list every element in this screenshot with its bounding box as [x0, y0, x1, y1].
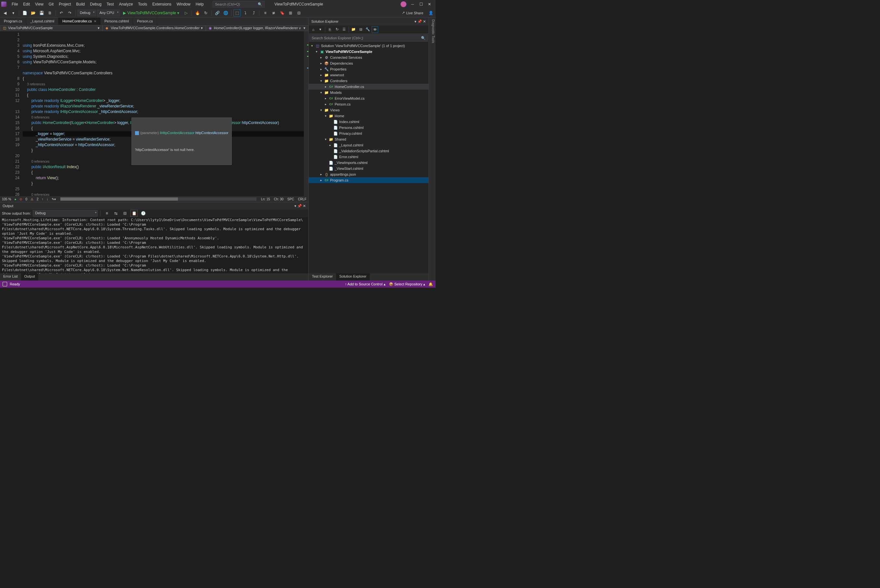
browser-link-button[interactable]: 🔗: [214, 9, 221, 16]
start-debug-button[interactable]: ▶ ViewToPdfMVCCoreSample ▾: [121, 10, 181, 16]
open-file-button[interactable]: 📂: [30, 9, 37, 16]
code-line[interactable]: {: [23, 93, 304, 98]
col-indicator[interactable]: Ch: 30: [274, 197, 283, 201]
expand-icon[interactable]: ▸: [324, 97, 328, 100]
tree-item-index-cshtml[interactable]: 📄Index.cshtml: [309, 119, 429, 124]
menu-tools[interactable]: Tools: [135, 1, 150, 8]
tree-item-connected-services[interactable]: ▸⚙Connected Services: [309, 54, 429, 60]
code-line[interactable]: private readonly IHttpContextAccessor _h…: [23, 109, 304, 115]
expand-icon[interactable]: ▾: [315, 50, 318, 53]
menu-view[interactable]: View: [33, 1, 46, 8]
sol-sync-button[interactable]: ↻: [334, 26, 340, 33]
tree-item-views[interactable]: ▾📁Views: [309, 107, 429, 113]
menu-edit[interactable]: Edit: [21, 1, 33, 8]
code-line[interactable]: public class HomeController : Controller: [23, 87, 304, 93]
sol-filter-button[interactable]: ☰: [341, 26, 347, 33]
hot-reload-button[interactable]: 🔥: [194, 9, 201, 16]
code-line[interactable]: using System.Diagnostics;: [23, 54, 304, 59]
nav-back-button[interactable]: ◀: [1, 9, 9, 16]
tree-item-wwwroot[interactable]: ▸📁wwwroot: [309, 72, 429, 78]
nav-forward-button[interactable]: ▾: [10, 9, 17, 16]
tree-item-controllers[interactable]: ▾📁Controllers: [309, 78, 429, 84]
code-line[interactable]: private readonly ILogger<HomeController>…: [23, 98, 304, 104]
output-text[interactable]: Microsoft.Hosting.Lifetime: Information:…: [0, 217, 308, 273]
code-line[interactable]: {: [23, 76, 304, 81]
error-count-icon[interactable]: ⊘: [19, 197, 22, 201]
tree-item-models[interactable]: ▾📁Models: [309, 90, 429, 96]
expand-icon[interactable]: ▾: [319, 108, 323, 112]
no-issues-icon[interactable]: ●: [14, 197, 16, 201]
tree-item-properties[interactable]: ▸🔧Properties: [309, 66, 429, 72]
expand-icon[interactable]: ▸: [324, 103, 328, 106]
eol-indicator[interactable]: CRLF: [298, 197, 306, 201]
tree-item-errorviewmodel-cs[interactable]: ▸C#ErrorViewModel.cs: [309, 96, 429, 101]
uncomment-button[interactable]: ≢: [270, 9, 277, 16]
menu-extensions[interactable]: Extensions: [150, 1, 174, 8]
breadcrumb-item[interactable]: ◆ViewToPdfMVCCoreSample.Controllers.Home…: [103, 25, 206, 31]
code-line[interactable]: return View();: [23, 176, 304, 181]
config-dropdown[interactable]: Debug: [78, 10, 96, 16]
close-button[interactable]: ✕: [427, 2, 432, 6]
sol-pin-button[interactable]: 📌: [417, 20, 422, 23]
tree-item-appsettings-json[interactable]: ▸{}appsettings.json: [309, 171, 429, 177]
menu-analyze[interactable]: Analyze: [117, 1, 136, 8]
bottom-tab-error-list[interactable]: Error List: [0, 273, 21, 280]
expand-icon[interactable]: ▸: [328, 144, 332, 147]
sol-close-button[interactable]: ✕: [423, 20, 426, 23]
output-close-button[interactable]: ✕: [303, 204, 306, 208]
expand-icon[interactable]: ▾: [310, 44, 314, 47]
expand-icon[interactable]: ▸: [319, 62, 323, 65]
toggle-button[interactable]: ⊟: [295, 9, 303, 16]
menu-git[interactable]: Git: [46, 1, 56, 8]
platform-dropdown[interactable]: Any CPU: [97, 10, 120, 16]
nav-up-button[interactable]: ↑: [42, 197, 43, 201]
bottom-tab-solution-explorer[interactable]: Solution Explorer: [336, 273, 370, 280]
marker-button[interactable]: ✎▾: [52, 197, 56, 201]
output-autoscroll-button[interactable]: 📋: [130, 210, 138, 217]
select-repository-button[interactable]: 📦 Select Repository ▴: [389, 282, 425, 286]
save-all-button[interactable]: 🗎: [46, 9, 54, 16]
code-line[interactable]: 0 references: [23, 192, 304, 196]
output-pin-button[interactable]: 📌: [297, 204, 302, 208]
redo-button[interactable]: ↷: [66, 9, 73, 16]
menu-test[interactable]: Test: [104, 1, 117, 8]
global-search-input[interactable]: Search (Ctrl+Q) 🔍: [213, 1, 265, 8]
expand-icon[interactable]: ▾: [319, 79, 323, 82]
code-line[interactable]: {: [23, 170, 304, 176]
code-line[interactable]: 3 references: [23, 81, 304, 87]
warning-count-icon[interactable]: ⚠: [30, 197, 33, 201]
code-line[interactable]: [23, 65, 304, 70]
line-indicator[interactable]: Ln: 15: [261, 197, 270, 201]
code-line[interactable]: }: [23, 181, 304, 186]
start-no-debug-button[interactable]: ▷: [183, 9, 190, 16]
expand-icon[interactable]: ▸: [319, 74, 323, 76]
sol-views-button[interactable]: ▾: [317, 26, 324, 33]
tree-item-shared[interactable]: ▾📁Shared: [309, 136, 429, 142]
breadcrumb-item[interactable]: ◉HomeController(ILogger logger, IRazorVi…: [206, 25, 308, 31]
sol-git-button[interactable]: ⎘: [327, 26, 333, 33]
code-line[interactable]: public IActionResult Index(): [23, 164, 304, 170]
sol-properties-button[interactable]: 🔧: [364, 26, 371, 33]
tab-homecontroller-cs[interactable]: HomeController.cs✕: [58, 18, 100, 25]
expand-icon[interactable]: ▸: [319, 173, 323, 176]
maximize-button[interactable]: ☐: [419, 2, 423, 6]
code-content[interactable]: using IronPdf.Extensions.Mvc.Core;using …: [23, 31, 304, 196]
tab-persons-cshtml[interactable]: Persons.cshtml: [100, 18, 133, 25]
tree-item-homecontroller-cs[interactable]: ▸C#HomeController.cs: [309, 84, 429, 90]
tree-item-error-cshtml[interactable]: 📄Error.cshtml: [309, 154, 429, 160]
tree-item-_viewstart-cshtml[interactable]: 📄_ViewStart.cshtml: [309, 166, 429, 171]
code-line[interactable]: [23, 186, 304, 192]
tree-item-persons-cshtml[interactable]: 📄Persons.cshtml: [309, 124, 429, 130]
output-source-dropdown[interactable]: Debug: [33, 210, 98, 217]
expand-icon[interactable]: ▾: [324, 138, 328, 141]
add-source-control-button[interactable]: ↑ Add to Source Control ▴: [345, 282, 385, 286]
sol-home-button[interactable]: ⌂: [310, 26, 316, 33]
new-project-button[interactable]: 📄: [21, 9, 28, 16]
menu-build[interactable]: Build: [74, 1, 88, 8]
tab-program-cs[interactable]: Program.cs: [0, 18, 26, 25]
expand-icon[interactable]: ▸: [324, 85, 328, 88]
menu-debug[interactable]: Debug: [87, 1, 104, 8]
tab-_layout-cshtml[interactable]: _Layout.cshtml: [26, 18, 58, 25]
tree-item-_validationscriptspartial-cshtml[interactable]: 📄_ValidationScriptsPartial.cshtml: [309, 148, 429, 154]
bookmark-button[interactable]: 🔖: [279, 9, 286, 16]
